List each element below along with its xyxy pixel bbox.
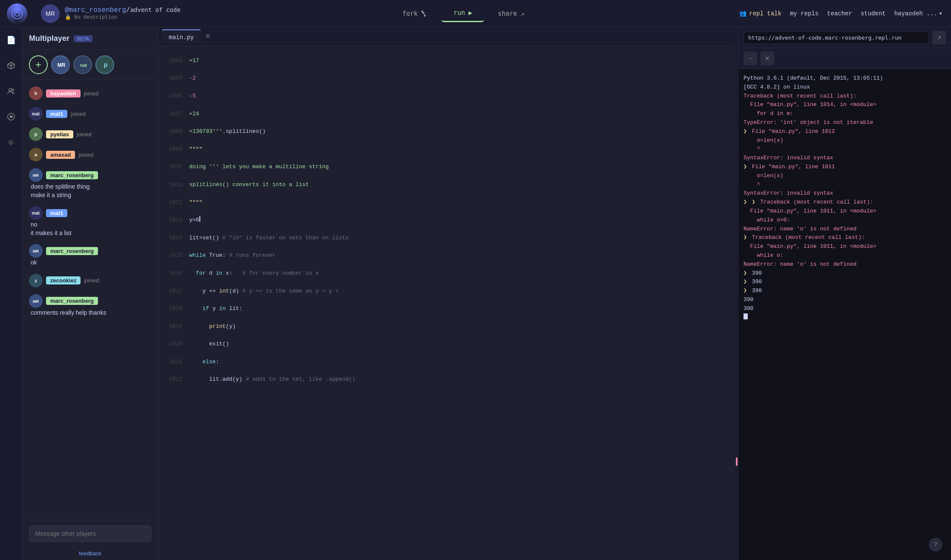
code-line: 1020 exit() (165, 340, 729, 349)
repltalk-link[interactable]: 👥 repl talk (739, 10, 781, 17)
project-title: @marc_rosenberg/advent of code 🔒 No desc… (65, 6, 181, 20)
console-arrow-button[interactable]: → (744, 52, 757, 65)
feedback-link[interactable]: feedback (22, 547, 158, 560)
list-item: mat mat1 joined (22, 103, 158, 124)
scroll-indicator[interactable] (735, 46, 738, 560)
chat-user-row: mat mat1 joined (29, 107, 151, 121)
console-line: ❯ File "main.py", line 1012 (744, 127, 946, 136)
console-prompt: ❯ (744, 269, 747, 278)
svg-text:p: p (104, 61, 108, 68)
avatar: mat (29, 107, 43, 121)
list-item: MR marc_rosenberg comments really help t… (22, 291, 158, 321)
list-item: z zecookiez joined (22, 270, 158, 291)
svg-text:MR: MR (33, 173, 39, 178)
logo[interactable] (0, 3, 34, 24)
tab-icon[interactable]: ≡ (202, 29, 213, 44)
chat-msg: ok (29, 258, 151, 267)
console-cursor-line (744, 313, 946, 319)
code-editor[interactable]: 1004+17 1005-2 1006-5 1007+24 1008+13079… (158, 46, 738, 560)
open-external-button[interactable]: ↗ (932, 31, 946, 44)
top-nav: MR @marc_rosenberg/advent of code 🔒 No d… (0, 0, 951, 27)
console-url-bar: ↗ (738, 27, 951, 48)
repltalk-icon: 👥 (739, 10, 746, 17)
svg-point-0 (12, 9, 22, 19)
myrepls-link[interactable]: my repls (790, 10, 818, 17)
user-tag: amasad (46, 151, 75, 159)
console-line: ❯ 390 (744, 278, 946, 287)
project-desc: 🔒 No description (65, 14, 181, 20)
external-link-icon: ↗ (937, 34, 942, 41)
chat-list: h hayaodeh joined mat mat1 joined p pyel… (22, 80, 158, 520)
avatar: z (29, 274, 43, 287)
avatar: MR (29, 244, 43, 258)
username[interactable]: @marc_rosenberg (65, 6, 126, 14)
multiplayer-title: Multiplayer (29, 34, 69, 43)
console-text: 390 (749, 278, 762, 287)
avatar: mat (29, 206, 43, 220)
joined-text: joined (77, 131, 92, 138)
code-line: 1016 for d in x: # for every number in x (165, 269, 729, 278)
code-line: 1012"""" (165, 198, 729, 207)
console-text: File "main.py", line 1011 (749, 163, 835, 172)
code-line: 1021 else: (165, 358, 729, 367)
list-item: MR marc_rosenberg does the splitline thi… (22, 165, 158, 203)
sidebar-users-icon[interactable] (3, 83, 19, 99)
url-input[interactable] (744, 32, 929, 44)
code-line: 1007+24 (165, 110, 729, 119)
console-line: SyntaxError: invalid syntax (744, 154, 946, 163)
console-output[interactable]: Python 3.6.1 (default, Dec 2015, 13:05:1… (738, 69, 951, 560)
svg-point-5 (12, 89, 14, 91)
console-line: File "main.py", line 1014, in <module> (744, 101, 946, 109)
console-text: File "main.py", line 1012 (749, 127, 835, 136)
share-button[interactable]: share ↗ (486, 6, 536, 22)
console-line: 390 (744, 296, 946, 304)
list-item: a amasad joined (22, 144, 158, 165)
user-menu[interactable]: hayaodeh ... ▾ (894, 10, 942, 17)
editor-tabs: main.py ≡ (158, 27, 738, 46)
console-controls: → ✕ (738, 48, 951, 69)
avatar: a (29, 148, 43, 161)
chat-user-row: MR marc_rosenberg (29, 244, 151, 258)
avatar-nat: nat (73, 55, 92, 74)
console-line: TypeError: 'int' object is not iterable (744, 118, 946, 127)
svg-text:MR: MR (46, 10, 55, 17)
console-line: Traceback (most recent call last): (744, 92, 946, 101)
chat-user-row: z zecookiez joined (29, 274, 151, 287)
avatar: MR (29, 168, 43, 182)
help-button[interactable]: ? (929, 538, 942, 551)
teacher-link[interactable]: teacher (827, 10, 852, 17)
joined-text: joined (84, 277, 99, 284)
avatar-p: p (95, 55, 114, 74)
sidebar-settings-icon[interactable]: ⚙ (3, 135, 19, 150)
console-line: Python 3.6.1 (default, Dec 2015, 13:05:1… (744, 74, 946, 83)
run-button[interactable]: run ▶ (441, 5, 484, 22)
user-tag: marc_rosenberg (46, 297, 98, 305)
console-line: ❯ 390 (744, 269, 946, 278)
fork-button[interactable]: fork (390, 6, 440, 22)
add-player-button[interactable]: + (29, 55, 48, 74)
console-line: 390 (744, 304, 946, 313)
console-clear-button[interactable]: ✕ (761, 52, 774, 65)
tab-main-py[interactable]: main.py (162, 29, 201, 44)
console-line: ❯ Traceback (most recent call last): (744, 233, 946, 242)
joined-text: joined (78, 152, 93, 158)
svg-point-4 (9, 89, 12, 91)
sidebar-cube-icon[interactable] (3, 58, 19, 73)
user-tag: marc_rosenberg (46, 247, 98, 255)
code-line: 1015while True: # runs forever (165, 251, 729, 260)
sidebar-file-icon[interactable]: 📄 (3, 32, 19, 48)
svg-text:nat: nat (80, 63, 87, 68)
code-line: 1006-5 (165, 92, 729, 101)
message-input[interactable] (29, 526, 151, 542)
console-line: ❯ ❯ Traceback (most recent call last): (744, 198, 946, 207)
code-line: 1017 y += int(d) # y += is the same as y… (165, 287, 729, 296)
project-info: MR @marc_rosenberg/advent of code 🔒 No d… (34, 4, 187, 23)
console-prompt: ❯ (744, 127, 747, 136)
nav-center: fork run ▶ share ↗ (390, 5, 536, 22)
sidebar-play-icon[interactable] (3, 109, 19, 124)
joined-text: joined (84, 90, 99, 97)
student-link[interactable]: student (861, 10, 886, 17)
nav-right: 👥 repl talk my repls teacher student hay… (739, 10, 951, 17)
code-line: 1010doing ''' lets you make a multiline … (165, 163, 729, 172)
user-tag: mat1 (46, 110, 67, 118)
